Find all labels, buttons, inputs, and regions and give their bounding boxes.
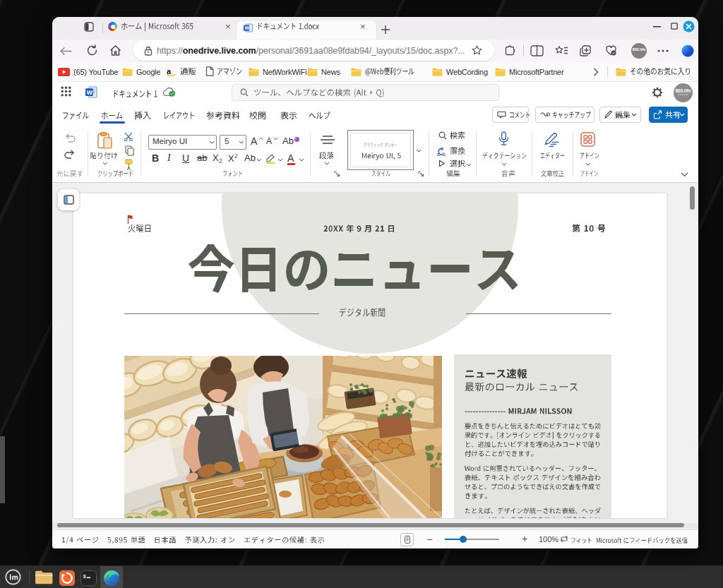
svg-text:W: W bbox=[86, 89, 92, 96]
svg-text:$: $ bbox=[83, 573, 87, 580]
svg-text:W: W bbox=[244, 25, 249, 31]
svg-text:b: b bbox=[443, 151, 446, 157]
svg-text:a: a bbox=[167, 67, 172, 76]
svg-text:c: c bbox=[437, 151, 440, 157]
